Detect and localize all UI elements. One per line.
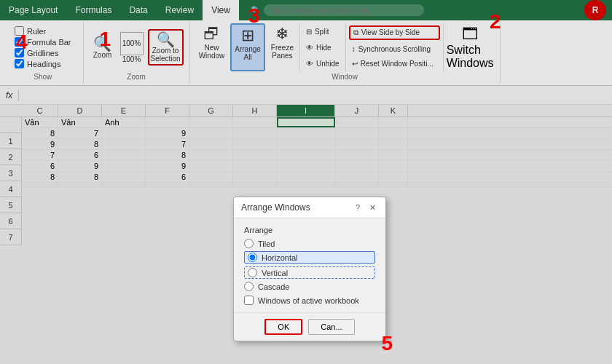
vertical-radio[interactable] xyxy=(248,268,257,277)
horizontal-radio[interactable] xyxy=(248,253,257,262)
horizontal-label: Horizontal xyxy=(262,253,298,262)
overlay-5: 5 xyxy=(381,332,393,355)
horizontal-radio-item[interactable]: Horizontal xyxy=(244,251,375,264)
cascade-radio-item[interactable]: Cascade xyxy=(244,282,375,291)
arrange-section-title: Arrange xyxy=(244,226,375,234)
vertical-label: Vertical xyxy=(262,269,288,277)
tiled-radio-item[interactable]: Tiled xyxy=(244,239,375,248)
dialog-controls: ? ✕ xyxy=(352,202,378,213)
ok-button[interactable]: OK xyxy=(264,319,302,335)
cancel-button[interactable]: Can... xyxy=(308,319,354,335)
dialog-question-mark[interactable]: ? xyxy=(352,202,364,213)
dialog-body: Arrange Tiled Horizontal Vertical Cascad… xyxy=(234,218,385,312)
active-workbook-checkbox-item[interactable]: Windows of active workbook xyxy=(244,296,375,305)
cascade-label: Cascade xyxy=(258,282,289,291)
cascade-radio[interactable] xyxy=(244,282,254,291)
active-workbook-label: Windows of active workbook xyxy=(258,296,359,305)
dialog-close-button[interactable]: ✕ xyxy=(366,202,378,213)
dialog-title-bar: Arrange Windows ? ✕ xyxy=(234,197,385,218)
dialog-title: Arrange Windows xyxy=(241,202,310,213)
arrange-windows-dialog: Arrange Windows ? ✕ Arrange Tiled Horizo… xyxy=(233,197,386,341)
vertical-radio-item[interactable]: Vertical xyxy=(244,266,375,279)
active-workbook-checkbox[interactable] xyxy=(244,296,254,305)
tiled-label: Tiled xyxy=(258,240,275,248)
dialog-footer: OK Can... xyxy=(234,312,385,341)
tiled-radio[interactable] xyxy=(244,239,254,248)
